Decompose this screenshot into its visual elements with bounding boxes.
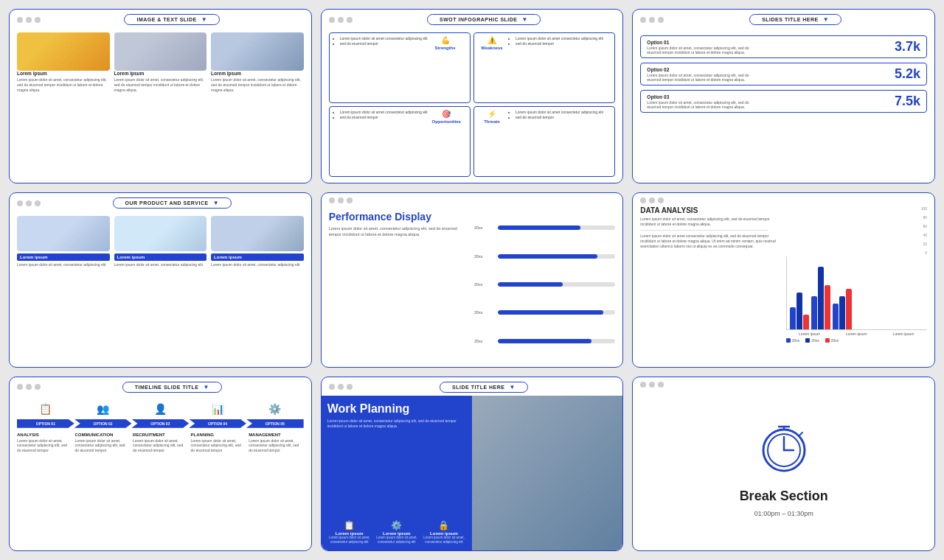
- slide1-col3: Lorem ipsum Lorem ipsum dolor sit amet, …: [211, 32, 304, 93]
- chart-label1: Lorem ipsum: [799, 332, 820, 336]
- dot: [35, 384, 41, 390]
- perf-layout: Performance Display Lorem ipsum dolor si…: [329, 211, 616, 360]
- slide-timeline: TIMELINE SLIDE TITLE ▼ 📋 👥 👤 📊 ⚙️ OPTION…: [9, 377, 312, 551]
- slide-swot: SWOT INFOGRAPHIC SLIDE ▼ Lorem ipsum dol…: [321, 9, 624, 183]
- threats-text: Threats: [484, 119, 500, 124]
- perf-right: 20xx 20xx 20xx 20xx 20xx: [474, 211, 615, 360]
- wp-icon-col1: 📋 Lorem ipsum Lorem ipsum dolor sit amet…: [327, 520, 372, 545]
- bar-blue1: [790, 307, 796, 329]
- legend-label1: 20xx: [792, 338, 800, 343]
- wp-icon-text2: Lorem ipsum dolor sit amet, consectetur …: [375, 536, 419, 545]
- legend-item1: 20xx: [786, 338, 800, 343]
- slide1-text2: Lorem ipsum dolor sit amet, consectetur …: [114, 77, 207, 93]
- swot-strengths-label: 💪 Strengths: [432, 36, 459, 50]
- product-label2: Lorem ipsum: [114, 253, 207, 261]
- bar-row4: 20xx: [474, 310, 615, 315]
- bar-blue2: [811, 296, 817, 329]
- traffic-lights: [17, 17, 41, 23]
- product-text1: Lorem ipsum dolor sit amet, consectetur …: [17, 262, 110, 267]
- tl-col1-text: Lorem ipsum dolor sit amet, consectetur …: [17, 438, 72, 453]
- slide7-lights: [17, 384, 41, 390]
- svg-line-6: [799, 433, 802, 436]
- chart-label2: Lorem ipsum: [846, 332, 867, 336]
- slide8-title: SLIDE TITLE HERE: [452, 385, 504, 390]
- slide3-title: SLIDES TITLE HERE: [762, 17, 819, 22]
- tl-col5-text: Lorem ipsum dolor sit amet, consectetur …: [249, 438, 304, 453]
- slide8-lights: [329, 384, 353, 390]
- slide1-title-bar: IMAGE & TEXT SLIDE ▼: [41, 14, 304, 25]
- swot-threats: ⚡ Threats Lorem ipsum dolor sit amet con…: [473, 106, 615, 177]
- slide-data-analysis: DATA ANALYSIS Lorem ipsum dolor sit amet…: [632, 192, 935, 367]
- slide8-header: SLIDE TITLE HERE ▼: [322, 377, 623, 396]
- wp-icon-text1: Lorem ipsum dolor sit amet, consectetur …: [327, 536, 372, 545]
- wp-icon1: 📋: [327, 520, 372, 531]
- bar-blue3: [833, 304, 839, 329]
- bar-fill4: [498, 310, 603, 315]
- timeline-icons: 📋 👥 👤 📊 ⚙️: [17, 403, 304, 415]
- slide-image-text: IMAGE & TEXT SLIDE ▼ Lorem ipsum Lorem i…: [9, 9, 312, 183]
- dot: [17, 384, 23, 390]
- perf-left: Performance Display Lorem ipsum dolor si…: [329, 211, 470, 360]
- break-clock-icon: [758, 422, 810, 483]
- bar-group2: [811, 267, 830, 329]
- bar-track2: [498, 254, 615, 259]
- slide2-title-pill: SWOT INFOGRAPHIC SLIDE ▼: [427, 14, 541, 25]
- dot: [658, 382, 664, 388]
- tl-col2-title: COMMUNICATION: [75, 433, 131, 437]
- tl-col5-title: MANAGEMENT: [249, 433, 304, 437]
- wp-icon-text3: Lorem ipsum dolor sit amet, consectetur …: [422, 536, 466, 545]
- dot: [17, 200, 23, 206]
- slide8-title-pill: SLIDE TITLE HERE ▼: [440, 382, 528, 393]
- slide8-arrow: ▼: [509, 384, 515, 391]
- chart-label3: Lorem ipsum: [893, 332, 914, 336]
- swot-weakness-label: ⚠️ Weakness: [479, 36, 505, 50]
- tl-icon4: 📊: [212, 403, 224, 415]
- chart-legend: 20xx 20xx 20xx: [786, 338, 927, 343]
- bar-fill1: [498, 225, 580, 230]
- slide3-arrow: ▼: [823, 16, 829, 23]
- slide3-title-pill: SLIDES TITLE HERE ▼: [749, 14, 841, 25]
- product-col1: Lorem ipsum Lorem ipsum dolor sit amet, …: [17, 216, 110, 267]
- wp-right: [472, 396, 622, 550]
- slide2-lights: [329, 17, 353, 23]
- slide1-img1: [17, 32, 110, 71]
- dot: [640, 197, 646, 203]
- slide4-header: OUR PRODUCT AND SERVICE ▼: [10, 193, 311, 211]
- bar-track1: [498, 225, 615, 230]
- product-col2: Lorem ipsum Lorem ipsum dolor sit amet, …: [114, 216, 207, 267]
- stat3-desc: Lorem ipsum dolor sit amet, consectetur …: [647, 100, 750, 109]
- product-label3: Lorem ipsum: [211, 253, 304, 261]
- legend-label2: 20xx: [811, 338, 819, 343]
- slide2-arrow: ▼: [522, 16, 528, 23]
- slide1-header: IMAGE & TEXT SLIDE ▼: [10, 10, 311, 28]
- bar-label3: 20xx: [474, 282, 495, 287]
- bar-group3: [833, 289, 852, 329]
- data-desc: Lorem ipsum dolor sit amet, consectetur …: [640, 217, 781, 227]
- wp-icon-col2: ⚙️ Lorem ipsum Lorem ipsum dolor sit ame…: [375, 520, 419, 545]
- divider: [640, 230, 767, 231]
- slide5-header: [322, 193, 623, 206]
- tl-step5: OPTION 05: [246, 419, 304, 428]
- product-img2: [114, 216, 207, 251]
- slide2-title-bar: SWOT INFOGRAPHIC SLIDE ▼: [353, 14, 616, 25]
- tl-icon5: ⚙️: [268, 403, 281, 415]
- bar-track5: [498, 339, 615, 343]
- swot-grid: Lorem ipsum dolor sit amet consectetur a…: [329, 32, 616, 177]
- stat2-info: Option 02 Lorem ipsum dolor sit amet, co…: [647, 67, 750, 82]
- slide1-col2: Lorem ipsum Lorem ipsum dolor sit amet, …: [114, 32, 207, 93]
- slide-stats: SLIDES TITLE HERE ▼ Option 01 Lorem ipsu…: [632, 9, 935, 183]
- slide9-body: Break Section 01:00pm – 01:30pm: [633, 391, 934, 550]
- tl-step2: OPTION 02: [74, 419, 132, 428]
- chart-labels: Lorem ipsum Lorem ipsum Lorem ipsum: [786, 332, 927, 336]
- strengths-icon: 💪: [441, 36, 450, 44]
- stat2-desc: Lorem ipsum dolor sit amet, consectetur …: [647, 73, 750, 82]
- dot: [640, 382, 646, 388]
- tl-icon1: 📋: [39, 403, 52, 415]
- legend-dot1: [786, 338, 791, 343]
- legend-label3: 20xx: [831, 338, 839, 343]
- dot: [347, 384, 353, 390]
- dot: [329, 197, 335, 203]
- stat-row-3: Option 03 Lorem ipsum dolor sit amet, co…: [640, 90, 927, 113]
- stat2-value: 5.2k: [895, 66, 920, 82]
- chart-scale: 100806040200: [786, 206, 927, 255]
